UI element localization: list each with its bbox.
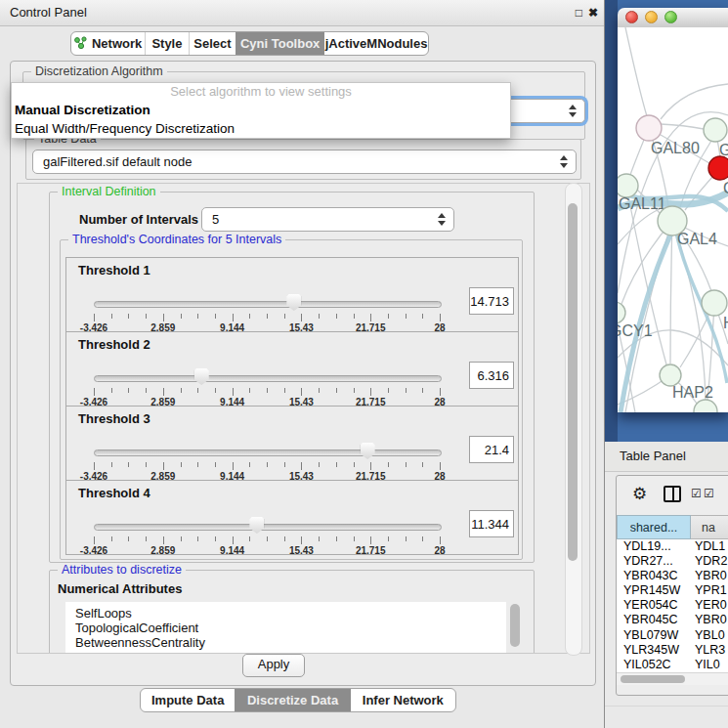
network-edge[interactable] xyxy=(670,221,672,364)
number-of-intervals-select[interactable]: 5 xyxy=(201,207,454,232)
tick-mark xyxy=(440,462,441,470)
slider-thumb[interactable] xyxy=(194,368,209,385)
tick-mark xyxy=(301,462,302,470)
tick-mark xyxy=(388,314,389,319)
attributes-list-scrollbar[interactable] xyxy=(508,604,518,649)
network-node-hap2[interactable] xyxy=(660,364,681,386)
checked-box-icon[interactable]: ☑ xyxy=(704,487,714,500)
tab-style[interactable]: Style xyxy=(145,32,189,55)
control-panel-titlebar: Control Panel □ ✖ xyxy=(0,0,604,26)
node-label: GAL11 xyxy=(619,195,666,212)
tab-jactivemnodules[interactable]: jActiveMNodules xyxy=(323,32,428,55)
numerical-attributes-list[interactable]: SelfLoopsTopologicalCoefficientBetweenne… xyxy=(65,602,506,654)
slider-thumb[interactable] xyxy=(361,443,375,459)
table-row[interactable]: YBR043CYBR0 xyxy=(617,569,728,583)
table-row[interactable]: YDR27...YDR2 xyxy=(617,554,728,569)
dropdown-option[interactable]: Manual Discretization xyxy=(12,101,510,119)
tick-mark xyxy=(267,388,268,393)
tick-mark xyxy=(319,462,320,467)
tick-mark xyxy=(388,388,389,393)
tick-mark xyxy=(163,388,164,396)
network-node-gcy1[interactable] xyxy=(618,302,625,323)
table-row[interactable]: YDL19...YDL1 xyxy=(617,539,728,554)
attribute-list-item[interactable]: TopologicalCoefficient xyxy=(65,621,506,635)
column-header-shared-name[interactable]: shared... xyxy=(617,515,691,539)
table-row[interactable]: YPR145WYPR1 xyxy=(617,583,728,598)
column-header-name[interactable]: na xyxy=(691,515,728,539)
cell-shared-name: YDL19... xyxy=(617,539,691,554)
table-horizontal-scrollbar[interactable] xyxy=(617,672,728,685)
table-row[interactable]: YER054CYER0 xyxy=(617,598,728,613)
threshold-label: Threshold 1 xyxy=(78,263,150,278)
network-node-g[interactable] xyxy=(704,118,727,142)
close-panel-icon[interactable]: ✖ xyxy=(588,0,598,25)
network-edge[interactable] xyxy=(661,84,728,119)
checked-box-icon[interactable]: ☑ xyxy=(691,487,702,500)
scrollbar-thumb[interactable] xyxy=(510,604,520,647)
table-toolbar: ⚙ ☑ ☑ xyxy=(617,476,728,515)
tab-discretize-data[interactable]: Discretize Data xyxy=(235,689,349,711)
threshold-panels: Threshold 1-3.4262.8599.14415.4321.71528… xyxy=(61,257,522,554)
settings-scroll-viewport: Interval Definition Number of Intervals … xyxy=(17,183,590,654)
tick-mark xyxy=(284,536,285,541)
table-row[interactable]: YBL079WYBL0 xyxy=(617,628,728,643)
network-node-c[interactable] xyxy=(708,156,728,180)
tab-network[interactable]: Network xyxy=(71,32,145,55)
column-split-icon[interactable] xyxy=(664,486,681,502)
threshold-value-field[interactable]: 11.344 xyxy=(469,510,514,537)
tick-mark xyxy=(267,314,268,319)
slider-track[interactable] xyxy=(94,524,442,531)
network-edge[interactable] xyxy=(618,209,660,244)
tick-mark xyxy=(354,462,355,467)
mac-close-button[interactable] xyxy=(625,11,638,23)
tab-infer-network[interactable]: Infer Network xyxy=(350,689,455,711)
network-node-gal11[interactable] xyxy=(618,174,638,197)
threshold-panel: Threshold 1-3.4262.8599.14415.4321.71528… xyxy=(65,257,519,332)
slider-thumb[interactable] xyxy=(249,517,264,534)
mac-minimize-button[interactable] xyxy=(645,11,658,23)
table-row[interactable]: YLR345WYLR3 xyxy=(617,643,728,658)
tick-mark xyxy=(336,314,337,319)
gear-icon[interactable]: ⚙ xyxy=(632,484,647,504)
apply-button[interactable]: Apply xyxy=(242,654,305,677)
attribute-list-item[interactable]: SelfLoops xyxy=(65,602,506,621)
table-row[interactable]: YBR045CYBR0 xyxy=(617,613,728,627)
slider-track[interactable] xyxy=(94,450,442,456)
float-window-icon[interactable]: □ xyxy=(576,0,582,25)
network-window-titlebar[interactable] xyxy=(618,8,728,28)
scrollbar-thumb[interactable] xyxy=(568,203,578,561)
attribute-list-item[interactable]: BetweennessCentrality xyxy=(65,635,506,650)
tab-impute-data[interactable]: Impute Data xyxy=(141,689,235,711)
tick-mark xyxy=(267,462,268,467)
tick-mark xyxy=(197,388,198,393)
network-node[interactable] xyxy=(694,400,717,412)
tick-mark xyxy=(440,314,441,321)
tick-mark xyxy=(336,536,337,541)
table-row[interactable]: YIL052CYIL0 xyxy=(617,658,728,672)
tick-mark xyxy=(406,462,407,467)
network-node-gal80[interactable] xyxy=(636,115,662,141)
tab-cyni-toolbox[interactable]: Cyni Toolbox xyxy=(236,32,323,55)
dropdown-option[interactable]: Equal Width/Frequency Discretization xyxy=(12,119,510,138)
network-canvas[interactable]: GAL80G.CGAL11GAL4GCY1HHAP2 xyxy=(618,27,728,412)
tick-label: 9.144 xyxy=(220,545,244,556)
threshold-value-field[interactable]: 14.713 xyxy=(469,287,514,315)
cell-name: YBR0 xyxy=(691,613,728,627)
network-edge[interactable] xyxy=(661,124,704,129)
tick-mark xyxy=(128,536,129,541)
network-node-h[interactable] xyxy=(702,290,727,316)
settings-scrollbar[interactable] xyxy=(565,183,582,656)
mac-zoom-button[interactable] xyxy=(664,11,677,23)
tick-mark xyxy=(181,388,182,393)
thresholds-group: Threshold's Coordinates for 5 Intervals … xyxy=(60,239,523,560)
slider-thumb[interactable] xyxy=(286,294,301,311)
slider-track[interactable] xyxy=(94,301,442,308)
network-edge[interactable] xyxy=(625,27,647,116)
threshold-label: Threshold 4 xyxy=(78,486,150,500)
tab-select[interactable]: Select xyxy=(189,32,236,55)
table-data-select[interactable]: galFiltered.sif default node xyxy=(32,150,577,174)
slider-track[interactable] xyxy=(94,375,442,382)
threshold-value-field[interactable]: 6.316 xyxy=(469,362,514,389)
scrollbar-thumb[interactable] xyxy=(621,675,685,683)
threshold-value-field[interactable]: 21.4 xyxy=(469,436,514,463)
